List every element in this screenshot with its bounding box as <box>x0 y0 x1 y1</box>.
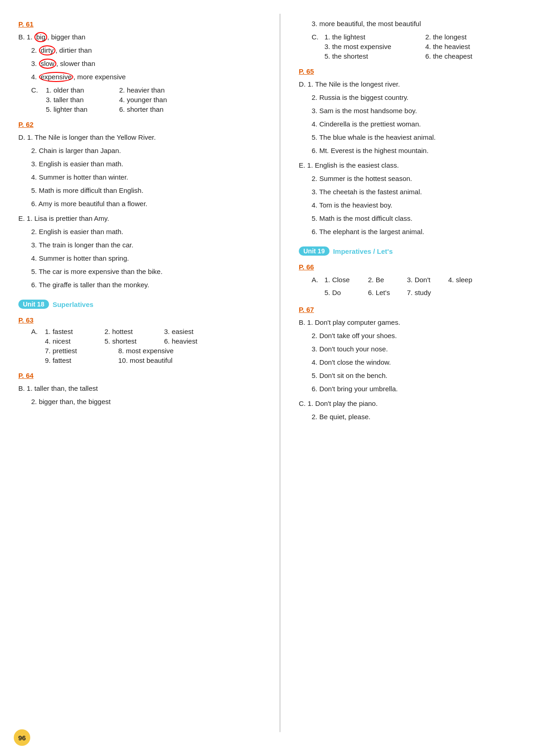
rb2: 2. Don't take off your shoes. <box>299 330 546 341</box>
e1: E. 1. Lisa is prettier than Amy. <box>18 213 266 224</box>
a-row3: 7. prettiest 8. most expensive <box>18 347 266 355</box>
c-row1: C. 1. older than 2. heavier than <box>18 86 266 94</box>
rc-row3: 5. the shortest 6. the cheapest <box>299 52 546 60</box>
r-item3: 3. more beautiful, the most beautiful <box>299 18 546 29</box>
rc-r2-c1: 3. the most expensive <box>324 43 425 50</box>
rb6: 6. Don't bring your umbrella. <box>299 383 546 394</box>
d3: 3. English is easier than math. <box>18 159 266 170</box>
right-column: 3. more beautiful, the most beautiful C.… <box>280 14 560 732</box>
section-p66: P. 66 <box>299 263 546 271</box>
rc-row1: C. 1. the lightest 2. the longest <box>299 33 546 41</box>
ra-r2-c1: 5. Do <box>324 287 368 298</box>
b64-2: 2. bigger than, the biggest <box>18 396 266 407</box>
rc-r1-c2: 2. the longest <box>425 33 517 41</box>
section-p64: P. 64 <box>18 372 266 379</box>
a-r2-c1: 4. nicest <box>45 337 104 345</box>
ra-row1: A. 1. Close 2. Be 3. Don't 4. sleep <box>299 274 546 285</box>
a-r3-c1: 7. prettiest <box>45 347 118 355</box>
ra-r1-c1: 1. Close <box>324 274 368 285</box>
c-r3-c2: 6. shorter than <box>119 105 192 113</box>
b64-1: B. 1. taller than, the tallest <box>18 383 266 394</box>
unit18-badge: Unit 18 <box>18 300 49 309</box>
ra-r1-c2: 2. Be <box>368 274 407 285</box>
section-p63: P. 63 <box>18 316 266 324</box>
section-p67: P. 67 <box>299 306 546 313</box>
e5: 5. The car is more expensive than the bi… <box>18 266 266 277</box>
rd2: 2. Russia is the biggest country. <box>299 92 546 103</box>
a-r2-c2: 5. shortest <box>104 337 164 345</box>
a-r1-c3: 3. easiest <box>164 328 224 335</box>
a-row4: 9. fattest 10. most beautiful <box>18 356 266 364</box>
a-row1: A. 1. fastest 2. hottest 3. easiest <box>18 328 266 335</box>
rc-row2: 3. the most expensive 4. the heaviest <box>299 43 546 50</box>
rd1: D. 1. The Nile is the longest river. <box>299 79 546 90</box>
section-p62: P. 62 <box>18 120 266 128</box>
re4: 4. Tom is the heaviest boy. <box>299 200 546 211</box>
rd6: 6. Mt. Everest is the highest mountain. <box>299 145 546 156</box>
d5: 5. Math is more difficult than English. <box>18 185 266 196</box>
e4: 4. Summer is hotter than spring. <box>18 253 266 264</box>
c-r2-c1: 3. taller than <box>46 96 119 104</box>
rd5: 5. The blue whale is the heaviest animal… <box>299 132 546 143</box>
c-row2: 3. taller than 4. younger than <box>18 96 266 104</box>
left-column: P. 61 B. 1. big, bigger than 2. dirty, d… <box>0 14 280 732</box>
c-r2-c2: 4. younger than <box>119 96 192 104</box>
rc1: C. 1. Don't play the piano. <box>299 398 546 409</box>
section-p61: P. 61 <box>18 20 266 28</box>
d4: 4. Summer is hotter than winter. <box>18 172 266 183</box>
d1: D. 1. The Nile is longer than the Yellow… <box>18 132 266 143</box>
re5: 5. Math is the most difficult class. <box>299 213 546 224</box>
entry-b3: 3. slow, slower than <box>18 58 266 69</box>
re3: 3. The cheetah is the fastest animal. <box>299 186 546 197</box>
a-r1-c1: 1. fastest <box>45 328 104 335</box>
page: P. 61 B. 1. big, bigger than 2. dirty, d… <box>0 0 560 755</box>
re6: 6. The elephant is the largest animal. <box>299 226 546 237</box>
circled-slow: slow <box>39 59 56 69</box>
a-row2: 4. nicest 5. shortest 6. heaviest <box>18 337 266 345</box>
unit19-row: Unit 19 Imperatives / Let's <box>299 246 546 256</box>
circled-dirty: dirty <box>39 45 55 55</box>
rb4: 4. Don't close the window. <box>299 357 546 368</box>
rb1: B. 1. Don't play computer games. <box>299 317 546 328</box>
c-r1-c1: 1. older than <box>46 86 119 94</box>
a-r3-c2: 8. most expensive <box>118 347 210 355</box>
entry-b1: B. 1. big, bigger than <box>18 32 266 43</box>
d2: 2. Chain is larger than Japan. <box>18 145 266 156</box>
section-p65: P. 65 <box>299 67 546 75</box>
e2: 2. English is easier than math. <box>18 226 266 237</box>
a-r4-c1: 9. fattest <box>45 356 118 364</box>
ra-r1-c3: 3. Don't <box>407 274 448 285</box>
ra-r2-c4 <box>448 287 489 298</box>
circled-big: big <box>34 32 47 42</box>
e3: 3. The train is longer than the car. <box>18 240 266 251</box>
a-r2-c3: 6. heaviest <box>164 337 224 345</box>
unit18-title: Superlatives <box>53 301 93 308</box>
c-r1-c2: 2. heavier than <box>119 86 192 94</box>
e6: 6. The giraffe is taller than the monkey… <box>18 279 266 290</box>
rc-r1-c1: 1. the lightest <box>324 33 425 41</box>
ra-row2: 5. Do 6. Let's 7. study <box>299 287 546 298</box>
rc-r3-c1: 5. the shortest <box>324 52 425 60</box>
rb3: 3. Don't touch your nose. <box>299 344 546 355</box>
rc-r2-c2: 4. the heaviest <box>425 43 517 50</box>
entry-b4: 4. expensive, more expensive <box>18 71 266 82</box>
a-r1-c2: 2. hottest <box>104 328 164 335</box>
rb5: 5. Don't sit on the bench. <box>299 370 546 381</box>
unit19-badge: Unit 19 <box>299 246 329 256</box>
rc-r3-c2: 6. the cheapest <box>425 52 517 60</box>
re2: 2. Summer is the hottest season. <box>299 173 546 184</box>
rd4: 4. Cinderella is the prettiest woman. <box>299 119 546 130</box>
rc2: 2. Be quiet, please. <box>299 411 546 422</box>
circled-expensive: expensive <box>39 72 74 82</box>
unit18-row: Unit 18 Superlatives <box>18 300 266 309</box>
c-r3-c1: 5. lighter than <box>46 105 119 113</box>
rd3: 3. Sam is the most handsome boy. <box>299 105 546 116</box>
ra-r1-c4: 4. sleep <box>448 274 489 285</box>
ra-r2-c3: 7. study <box>407 287 448 298</box>
d6: 6. Amy is more beautiful than a flower. <box>18 198 266 209</box>
page-number: 96 <box>14 729 30 746</box>
unit19-title: Imperatives / Let's <box>333 247 393 255</box>
entry-b2: 2. dirty, dirtier than <box>18 45 266 56</box>
a-r4-c2: 10. most beautiful <box>118 356 210 364</box>
re1: E. 1. English is the easiest class. <box>299 160 546 171</box>
